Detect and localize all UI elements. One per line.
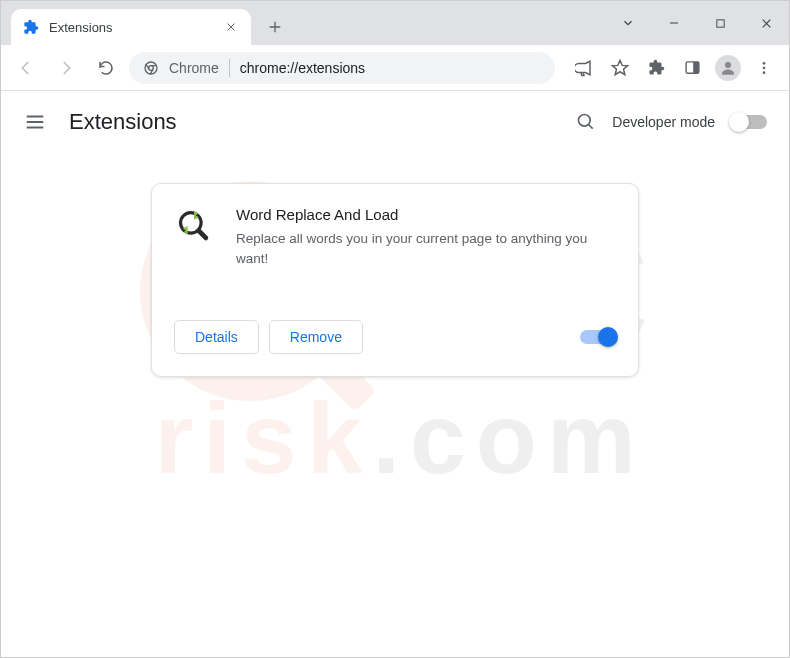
svg-point-8 [763, 71, 766, 74]
close-icon[interactable] [223, 19, 239, 35]
page-title: Extensions [69, 109, 177, 135]
extension-icon [174, 206, 214, 246]
extension-description: Replace all words you in your current pa… [236, 229, 616, 270]
forward-button[interactable] [49, 51, 83, 85]
hamburger-menu-button[interactable] [23, 110, 47, 134]
address-bar[interactable]: Chrome chrome://extensions [129, 52, 555, 84]
extensions-button[interactable] [639, 51, 673, 85]
remove-button[interactable]: Remove [269, 320, 363, 354]
back-button[interactable] [9, 51, 43, 85]
chrome-icon [143, 60, 159, 76]
developer-mode-toggle[interactable] [731, 115, 767, 129]
browser-toolbar: Chrome chrome://extensions [1, 45, 789, 91]
extension-enable-toggle[interactable] [580, 330, 616, 344]
svg-rect-4 [693, 62, 698, 73]
page-header: Extensions Developer mode [1, 91, 789, 153]
extensions-grid: Word Replace And Load Replace all words … [1, 153, 789, 407]
url-text: chrome://extensions [240, 60, 365, 76]
window-close-button[interactable] [743, 7, 789, 39]
secure-label: Chrome [169, 60, 219, 76]
browser-tab[interactable]: Extensions [11, 9, 251, 45]
new-tab-button[interactable] [261, 13, 289, 41]
tab-title: Extensions [49, 20, 213, 35]
details-button[interactable]: Details [174, 320, 259, 354]
puzzle-icon [23, 19, 39, 35]
avatar-icon [715, 55, 741, 81]
profile-button[interactable] [711, 51, 745, 85]
svg-point-9 [579, 115, 591, 127]
chrome-menu-button[interactable] [747, 51, 781, 85]
reload-button[interactable] [89, 51, 123, 85]
maximize-button[interactable] [697, 7, 743, 39]
extension-name: Word Replace And Load [236, 206, 616, 223]
browser-titlebar: Extensions [1, 1, 789, 45]
tab-search-button[interactable] [605, 7, 651, 39]
bookmark-button[interactable] [603, 51, 637, 85]
svg-rect-0 [716, 19, 723, 26]
svg-point-5 [725, 62, 731, 68]
share-button[interactable] [567, 51, 601, 85]
svg-point-7 [763, 66, 766, 69]
minimize-button[interactable] [651, 7, 697, 39]
side-panel-button[interactable] [675, 51, 709, 85]
extension-card: Word Replace And Load Replace all words … [151, 183, 639, 377]
developer-mode-label: Developer mode [612, 114, 715, 130]
divider [229, 59, 230, 77]
svg-point-6 [763, 62, 766, 65]
search-button[interactable] [576, 112, 596, 132]
